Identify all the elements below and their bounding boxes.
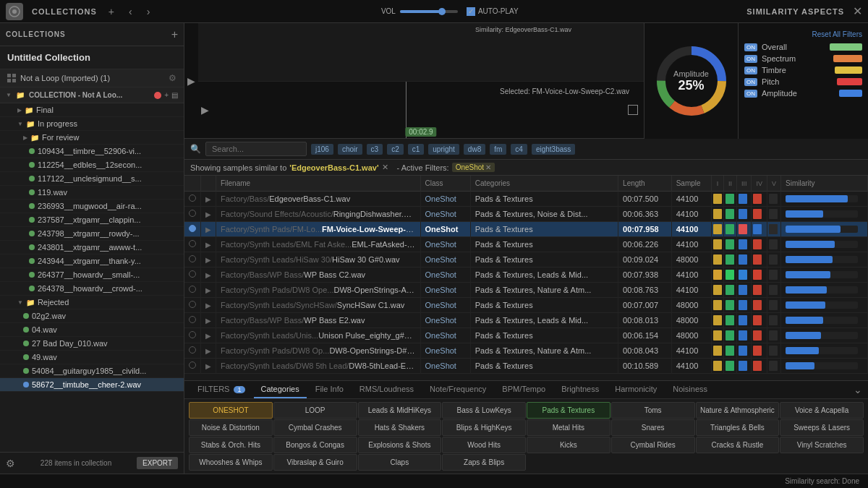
filter-button[interactable]: Cracks & Rustle [696, 437, 780, 453]
row-radio[interactable] [184, 252, 201, 267]
tag-c2[interactable]: c2 [387, 144, 404, 155]
tree-item-rejected[interactable]: ▼ 📁 Rejected [0, 296, 184, 309]
row-play-cell[interactable]: ▶ [201, 359, 216, 374]
tab-rms[interactable]: RMS/Loudness [352, 381, 421, 398]
row-play-button[interactable]: ▶ [205, 271, 211, 279]
volume-slider[interactable] [400, 10, 458, 13]
tag-upright[interactable]: upright [428, 144, 459, 155]
row-radio[interactable] [184, 267, 201, 283]
tag-c1[interactable]: c1 [408, 144, 425, 155]
filter-button[interactable]: Nature & Athmospheric [696, 402, 780, 419]
table-row[interactable]: ▶ Factory/Synth Leads/Unis...Unison Puls… [184, 328, 868, 343]
filter-button[interactable]: Sweeps & Lasers [780, 419, 864, 436]
row-play-cell[interactable]: ▶ [201, 328, 216, 343]
tab-categories[interactable]: Categories [254, 381, 307, 398]
table-row[interactable]: ▶ Factory/Synth Leads/HiSaw 30/HiSaw 30 … [184, 252, 868, 267]
close-button[interactable]: ✕ [853, 4, 862, 18]
filter-button[interactable]: Kicks [527, 437, 610, 453]
col-v[interactable]: V [767, 176, 780, 192]
filter-button[interactable]: ONESHOT [189, 402, 273, 419]
list-item[interactable]: 243798__xtrgamr__rowdy-... [0, 227, 184, 241]
table-row[interactable]: ▶ Factory/Sound Effects/Acoustic/Ringing… [184, 207, 868, 222]
tag-eight3bass[interactable]: eight3bass [532, 144, 575, 155]
row-play-cell[interactable]: ▶ [201, 313, 216, 328]
row-play-button[interactable]: ▶ [205, 362, 211, 370]
list-item[interactable]: 264378__howardv__crowd-... [0, 282, 184, 296]
filter-button[interactable]: Hats & Shakers [358, 419, 442, 436]
row-play-cell[interactable]: ▶ [201, 298, 216, 313]
row-play-cell[interactable]: ▶ [201, 222, 216, 237]
row-radio[interactable] [184, 192, 201, 207]
filter-button[interactable]: Stabs & Orch. Hits [189, 437, 273, 453]
filter-button[interactable]: Toms [611, 402, 695, 419]
list-item[interactable]: 237587__xtrgamr__clappin... [0, 213, 184, 227]
row-radio[interactable] [184, 359, 201, 374]
table-row[interactable]: ▶ Factory/Synth Pads/DW8 Op...DW8-OpenSt… [184, 343, 868, 359]
filter-button[interactable]: Explosions & Shots [358, 437, 442, 453]
add-collection-button[interactable]: + [106, 4, 117, 19]
tab-brightness[interactable]: Brightness [554, 381, 606, 398]
filter-button[interactable]: Vinyl Scratches [780, 437, 864, 453]
tag-c3[interactable]: c3 [367, 144, 383, 155]
tag-fm[interactable]: fm [490, 144, 506, 155]
filter-button[interactable]: Vibraslap & Guiro [273, 454, 357, 471]
reset-filters-button[interactable]: Reset All Filters [812, 29, 862, 40]
waveform-select-radio[interactable] [628, 105, 638, 115]
row-play-cell[interactable]: ▶ [201, 267, 216, 283]
aspect-on-timbre[interactable]: ON [744, 67, 757, 74]
list-item[interactable]: 54084__guitarguy1985__civild... [0, 364, 184, 378]
search-input[interactable] [205, 142, 307, 156]
filter-button[interactable]: Voice & Acapella [780, 402, 864, 419]
tab-harmonicity[interactable]: Harmonicity [608, 381, 664, 398]
filter-button[interactable]: Claps [358, 454, 442, 471]
col-similarity[interactable]: Similarity [781, 176, 868, 192]
col-categories[interactable]: Categories [470, 176, 618, 192]
tab-fileinfo[interactable]: File Info [308, 381, 351, 398]
waveform-play-top[interactable]: ▶ [187, 75, 195, 87]
table-row[interactable]: ▶ Factory/Bass/WP Bass/WP Bass C2.wav On… [184, 267, 868, 283]
row-play-button[interactable]: ▶ [205, 195, 211, 203]
row-play-cell[interactable]: ▶ [201, 252, 216, 267]
filter-button[interactable]: Blips & HighKeys [442, 419, 526, 436]
tree-options-icon[interactable]: ▤ [171, 91, 178, 99]
list-item[interactable]: 243944__xtrgamr__thank-y... [0, 254, 184, 268]
filter-button[interactable]: Snares [611, 419, 695, 436]
row-play-cell[interactable]: ▶ [201, 343, 216, 359]
row-play-button[interactable]: ▶ [205, 317, 211, 325]
list-item[interactable]: 49.wav [0, 351, 184, 364]
tab-note[interactable]: Note/Frequency [422, 381, 493, 398]
table-row[interactable]: ▶ Factory/Synth Leads/DW8 5th Lead/DW8-5… [184, 359, 868, 374]
list-item-active[interactable]: 58672__timtube__cheer-2.wav [0, 378, 184, 392]
list-item[interactable]: 119.wav [0, 186, 184, 200]
row-radio[interactable] [184, 343, 201, 359]
list-item[interactable]: 112254__edbles__12secon... [0, 158, 184, 172]
table-row[interactable]: ▶ Factory/Bass/EdgeoverBass-C1.wav OneSh… [184, 192, 868, 207]
list-item[interactable]: 04.wav [0, 323, 184, 337]
filter-button[interactable]: Zaps & Blips [442, 454, 526, 471]
tab-filters[interactable]: FILTERS 1 [190, 381, 252, 398]
tag-c4[interactable]: c4 [511, 144, 527, 155]
row-play-button[interactable]: ▶ [205, 226, 211, 234]
filter-button[interactable]: Bongos & Congas [273, 437, 357, 453]
row-radio[interactable] [184, 298, 201, 313]
showing-x[interactable]: ✕ [382, 163, 388, 172]
table-row[interactable]: ▶ Factory/Synth Pads/DW8 Ope...DW8-OpenS… [184, 283, 868, 298]
collection-item[interactable]: Not a Loop (Imported) (1) ⚙ [0, 69, 184, 87]
list-item[interactable]: 02g2.wav [0, 309, 184, 323]
col-ii[interactable]: II [723, 176, 736, 192]
row-play-cell[interactable]: ▶ [201, 207, 216, 222]
list-item[interactable]: 236993__mugwood__air-ra... [0, 200, 184, 213]
filter-button[interactable]: Cymbal Crashes [273, 419, 357, 436]
list-item[interactable]: 109434__timbre__52906-vi... [0, 145, 184, 158]
list-item[interactable]: 264377__howardv__small-... [0, 268, 184, 282]
col-iii[interactable]: III [736, 176, 752, 192]
row-play-cell[interactable]: ▶ [201, 283, 216, 298]
row-play-button[interactable]: ▶ [205, 241, 211, 249]
aspect-on-amplitude[interactable]: ON [744, 90, 757, 98]
tree-item-final[interactable]: ▶ 📁 Final [0, 103, 184, 117]
row-play-button[interactable]: ▶ [205, 210, 211, 218]
table-row[interactable]: ▶ Factory/Bass/WP Bass/WP Bass E2.wav On… [184, 313, 868, 328]
row-radio[interactable] [184, 222, 201, 237]
row-play-cell[interactable]: ▶ [201, 192, 216, 207]
row-radio[interactable] [184, 237, 201, 252]
